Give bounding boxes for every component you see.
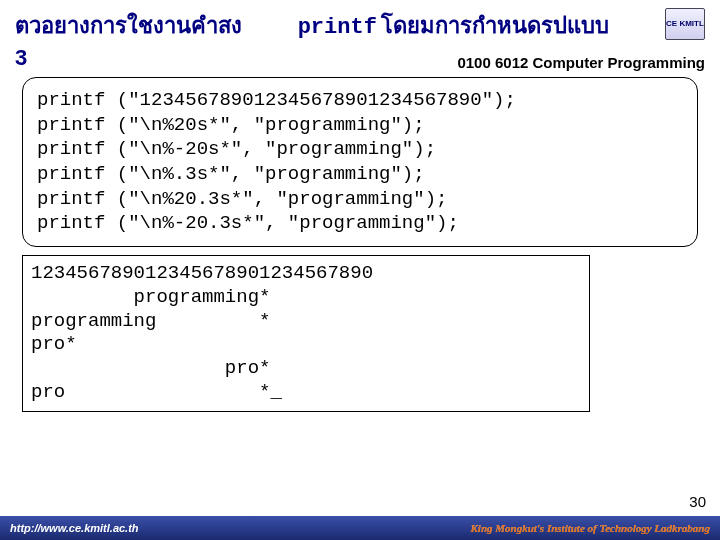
subtitle-row: 3 0100 6012 Computer Programming [15,45,705,71]
output-line: programming * [31,310,270,332]
title-right-group: printf โดยมการกำหนดรปแบบ [298,8,610,43]
output-line: programming* [31,286,270,308]
kmitl-logo-icon: CE KMITL [665,8,705,40]
footer-institution: King Mongkut's Institute of Technology L… [470,522,710,534]
slide-title-part2: โดยมการกำหนดรปแบบ [381,13,609,38]
title-row: ตวอยางการใชงานคำสง printf โดยมการกำหนดรป… [15,8,705,43]
source-code-box: printf ("123456789012345678901234567890"… [22,77,698,247]
code-line: printf ("\n%20s*", "programming"); [37,114,425,136]
output-line: 123456789012345678901234567890 [31,262,373,284]
output-box: 123456789012345678901234567890 programmi… [22,255,590,412]
code-line: printf ("\n%.3s*", "programming"); [37,163,425,185]
output-line: pro* [31,357,270,379]
slide-title-part1: ตวอยางการใชงานคำสง [15,13,242,38]
output-line: pro *_ [31,381,282,403]
logo-text: CE KMITL [666,20,704,28]
slide-number-heading: 3 [15,45,27,71]
code-line: printf ("\n%20.3s*", "programming"); [37,188,447,210]
footer-bar: http://www.ce.kmitl.ac.th King Mongkut's… [0,516,720,540]
code-line: printf ("\n%-20.3s*", "programming"); [37,212,459,234]
printf-keyword: printf [298,15,377,40]
code-line: printf ("123456789012345678901234567890"… [37,89,516,111]
page-number: 30 [689,493,706,510]
output-line: pro* [31,333,77,355]
title-left-group: ตวอยางการใชงานคำสง [15,8,242,43]
footer-url: http://www.ce.kmitl.ac.th [10,522,139,534]
code-line: printf ("\n%-20s*", "programming"); [37,138,436,160]
course-code: 0100 6012 Computer Programming [457,54,705,71]
slide-header: ตวอยางการใชงานคำสง printf โดยมการกำหนดรป… [0,0,720,71]
